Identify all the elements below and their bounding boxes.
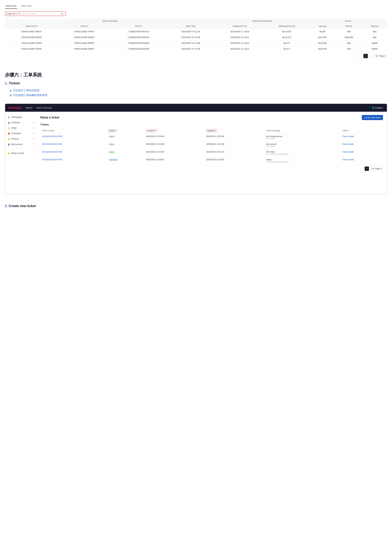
sidebar-item-promotion[interactable]: Promotion ▾ [5,131,36,136]
cell-refund: Rp0 [336,46,362,52]
nav-seller-university[interactable]: Seller University [36,106,52,110]
sidebar-label-finance: Finance [11,138,31,140]
app-page-size-select[interactable]: 10 / Page ▾ [370,167,383,171]
app-lang[interactable]: English ▾ [372,107,384,109]
th-settlement-info: Settlement Information [215,19,309,24]
th-user-pay: User pay [309,24,336,29]
ticket-message-sub: From seller [266,145,339,147]
cell-created: 02/02/2021 10:24:06 [144,141,204,149]
cell-message: test change phone From seller [265,134,341,141]
cell-created: 02/02/2021 10:54:06 [144,134,204,141]
cell-ticket-num: 20210202031800 0002 [40,157,107,165]
chevron-down-icon: ▾ [33,143,34,145]
chevron-down-icon: ▾ [33,138,34,140]
item2-num: 2. [5,204,8,208]
sidebar-label-products: Products [11,121,31,124]
finance-section: Order Fees Other Fees Order ID ▾ Search … [0,0,392,64]
th-income: Income [309,19,387,24]
filter-select[interactable]: Order ID ▾ [5,12,18,16]
check-details-link[interactable]: Check details [342,151,354,153]
cell-status: Open [107,134,144,141]
app-header: TikTokShop Affiliate Seller University E… [5,104,387,112]
check-details-link[interactable]: Check details [342,135,354,138]
th-status[interactable]: Status ▾ [107,128,144,134]
logo-tiktok: TikTok [8,106,16,109]
status-badge: Open [108,143,115,146]
th-payment: Payment [362,24,387,29]
search-icon: 🔍 [61,13,63,15]
cell-message: replay From platform support team... [265,157,341,165]
sidebar-item-finance[interactable]: Finance ▾ [5,136,36,141]
finance-table: Order Information Settlement Information… [5,19,387,52]
next-page-btn[interactable]: › [369,54,373,58]
sidebar-item-raise-ticket[interactable]: Raise a ticket [5,150,36,156]
cell-action: Check details [340,141,383,149]
table-row: 20210202031800 0003 Open 02/02/2021 10:5… [40,134,383,141]
created-sort-btn[interactable]: Created ⇅ [146,129,157,132]
cell-updated: 01/02/2021 10:51:14 [204,149,264,157]
status-badge: Open [108,135,115,138]
app-page-1-btn[interactable]: 1 [365,166,369,171]
sidebar-item-order[interactable]: Order ▾ [5,125,36,131]
chevron-down-icon: ▾ [380,167,381,170]
table-row: 576461144286 725929 576461144286 594857 … [5,40,387,46]
cell-settlement-amount: Rp-19.973 [265,29,309,35]
cell-order-line-id: 576461144286 725929 [5,40,58,46]
check-details-link[interactable]: Check details [342,143,354,145]
create-new-ticket-button[interactable]: Create new ticket [362,115,383,120]
cell-created: 02/02/2021 10:28:42 [144,157,204,165]
tab-other-fees[interactable]: Other Fees [21,3,32,9]
sidebar-item-my-account[interactable]: My Account ▾ [5,141,36,147]
sub-item-alpha-a: a. [10,89,12,92]
cell-sku-id: 172938234180 8523049 [111,46,166,52]
cell-settlement-amount: Rp-471 [265,40,309,46]
page-1-btn[interactable]: 1 [364,54,368,58]
th-order-info: Order Information [5,19,215,24]
cell-message: 24h close From platform support team... [265,149,341,157]
th-created[interactable]: Created ⇅ [144,128,204,134]
cell-action: Check details [340,157,383,165]
ticket-message-sub: From platform support team... [266,153,339,155]
ticket-message: test account [266,143,339,145]
list-item: a. 可以进行工单状态筛选 [10,89,387,92]
tickets-table: Ticket number Status ▾ Created ⇅ [40,128,383,165]
cell-status: Open [107,141,144,149]
page-size-select[interactable]: 50 / Page ▾ [374,54,387,58]
chevron-down-icon: ▾ [383,107,384,109]
tab-order-fees[interactable]: Order Fees [5,3,17,9]
account-icon [8,143,10,145]
updated-label: Updated [207,130,214,132]
th-settlement-amount: Settlement Amount [265,24,309,29]
table-row: 576461144286 791465 576461144286 594857 … [5,46,387,52]
check-details-link[interactable]: Check details [342,159,354,161]
nav-affiliate[interactable]: Affiliate [25,106,32,110]
cell-ticket-num: 20210202031800 0003 [40,134,107,141]
sidebar-label-homepage: Homepage [11,116,34,118]
sort-icon: ⇅ [215,130,216,132]
prev-page-btn[interactable]: ‹ [358,54,363,58]
status-filter-btn[interactable]: Status ▾ [108,129,117,132]
filter-search[interactable]: Search Order ID 🔍 [20,12,66,16]
sidebar-item-products[interactable]: Products ▾ [5,120,36,125]
sub-item-alpha-b: b. [10,94,12,97]
cell-order-time: 2021/02/02 0 9:11:18 [166,29,215,35]
cell-order-id: 576461144286 594857 [58,46,111,52]
app-body: Homepage Products ▾ Order ▾ Promotion ▾ … [5,112,387,194]
cell-settlement-time: 2021/02/03 12: 04:22 [215,35,264,40]
sort-icon: ⇅ [154,130,156,132]
cell-updated: 02/02/2021 10:54:06 [204,134,264,141]
cell-order-time: 2021/02/02 10: 24:46 [166,40,215,46]
cell-order-line-id: 576461144286 660393 [5,35,58,40]
sidebar-label-promotion: Promotion [11,132,31,135]
sidebar-item-homepage[interactable]: Homepage [5,114,36,120]
sidebar-label-my-account: My Account [11,143,31,145]
updated-sort-btn[interactable]: Updated ⇅ [206,129,217,132]
app-sidebar: Homepage Products ▾ Order ▾ Promotion ▾ … [5,112,36,194]
sub-item-text-a: 可以进行工单状态筛选 [13,89,39,92]
chevron-down-icon: ▾ [33,132,34,134]
th-latest-message: Latest message [265,128,341,134]
th-updated[interactable]: Updated ⇅ [204,128,264,134]
filter-label: Order ID [7,13,15,15]
cell-user-pay: Rp20.000 [309,40,336,46]
top-pagination: ‹ 1 › 50 / Page ▾ [5,52,387,60]
